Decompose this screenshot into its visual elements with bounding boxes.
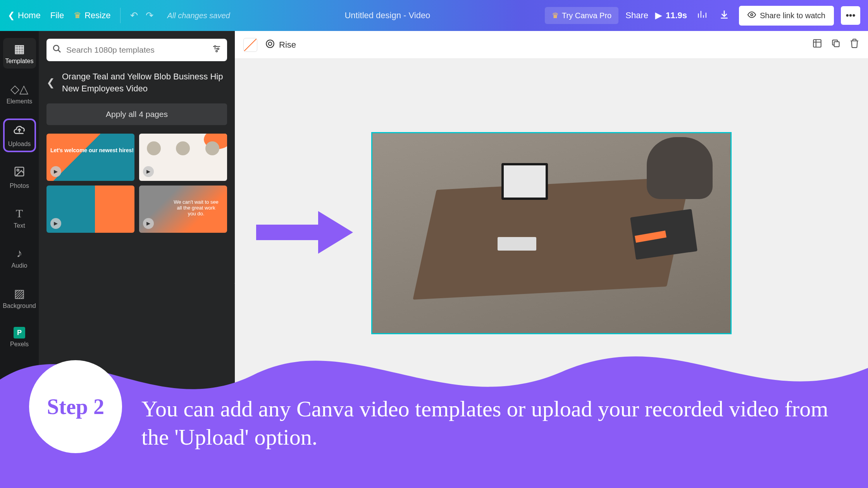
back-button[interactable]: ❮ (46, 77, 55, 89)
background-icon: ▨ (14, 287, 25, 300)
rail-pexels[interactable]: P Pexels (3, 323, 36, 352)
canvas-viewport[interactable] (235, 59, 868, 407)
undo-button[interactable]: ↶ (130, 10, 138, 21)
timeline-clip-2[interactable] (409, 422, 487, 458)
rail-photos[interactable]: Photos (3, 162, 36, 193)
save-status: All changes saved (167, 11, 230, 20)
avatar (176, 141, 190, 155)
more-button[interactable]: ••• (841, 6, 860, 25)
rail-background[interactable]: ▨ Background (3, 283, 36, 313)
template-thumb-3[interactable]: ▶ (46, 186, 134, 233)
rail-label: Photos (10, 182, 29, 189)
search-box[interactable] (46, 39, 227, 61)
top-left-group: ❮ Home File ♛ Resize ↶ ↷ All changes sav… (8, 8, 230, 23)
home-label: Home (18, 10, 41, 21)
scene-keyboard (498, 237, 536, 251)
redo-button[interactable]: ↷ (146, 10, 153, 21)
rail-more[interactable]: ••• (14, 369, 25, 381)
duration-label: 11.9s (666, 10, 687, 21)
play-preview-button[interactable]: ▶ 11.9s (655, 10, 687, 21)
main-layout: ▦ Templates ◇△ Elements Uploads Photos T… (0, 31, 868, 488)
undo-redo-group: ↶ ↷ (130, 10, 153, 21)
document-title[interactable]: Untitled design - Video (230, 10, 545, 21)
rail-templates[interactable]: ▦ Templates (3, 38, 36, 69)
color-picker[interactable] (243, 38, 257, 52)
horizontal-scrollbar[interactable] (235, 407, 868, 414)
timeline-clip-1[interactable] (305, 422, 382, 458)
rail-label: Uploads (8, 141, 31, 148)
play-icon: ▶ (50, 166, 61, 177)
file-menu[interactable]: File (50, 10, 64, 21)
apply-all-button[interactable]: Apply all 4 pages (46, 103, 227, 125)
canvas-area: Rise (235, 31, 868, 488)
template-thumb-1[interactable]: Let's welcome our newest hires! ▶ (46, 134, 134, 181)
add-between-button[interactable]: + (390, 434, 401, 446)
avatar (205, 141, 219, 155)
grid-view-icon[interactable] (848, 471, 858, 483)
svg-point-3 (53, 45, 59, 51)
share-link-button[interactable]: Share link to watch (739, 6, 834, 26)
clip-thumbnail (311, 428, 377, 452)
rail-uploads[interactable]: Uploads (3, 119, 36, 152)
svg-point-8 (269, 42, 272, 45)
photos-icon (14, 166, 25, 180)
search-input[interactable] (66, 45, 207, 55)
download-icon[interactable] (716, 9, 732, 22)
rail-text[interactable]: T Text (3, 203, 36, 233)
dots-icon: ••• (846, 10, 855, 21)
insights-icon[interactable] (694, 9, 710, 22)
template-thumb-4[interactable]: We can't wait to see all the great work … (139, 186, 227, 233)
svg-rect-11 (849, 472, 852, 475)
crown-icon: ♛ (552, 11, 559, 20)
template-thumbnails: Let's welcome our newest hires! ▶ ▶ ▶ We… (46, 134, 227, 233)
svg-point-6 (216, 50, 217, 52)
template-thumb-2[interactable]: ▶ (139, 134, 227, 181)
video-frame-content (372, 133, 730, 333)
add-clip-button[interactable]: + (507, 422, 557, 458)
rail-elements[interactable]: ◇△ Elements (3, 78, 36, 109)
svg-rect-12 (854, 472, 857, 475)
footer-right: 100% (741, 471, 858, 483)
rail-label: Pexels (10, 341, 29, 348)
play-icon: ▶ (143, 166, 154, 177)
play-icon: ▶ (50, 218, 61, 229)
canvas-frame[interactable] (371, 132, 732, 334)
try-pro-button[interactable]: ♛ Try Canva Pro (545, 7, 618, 24)
filter-icon[interactable] (212, 44, 221, 56)
timeline-play-button[interactable]: ▶ (246, 428, 270, 452)
zoom-thumb[interactable] (776, 474, 782, 479)
elements-icon: ◇△ (10, 82, 28, 96)
rail-audio[interactable]: ♪ Audio (3, 243, 36, 273)
annotation-arrow (252, 205, 357, 261)
canvas-toolbar: Rise (235, 31, 868, 59)
duplicate-icon[interactable] (831, 38, 841, 51)
left-rail: ▦ Templates ◇△ Elements Uploads Photos T… (0, 31, 39, 488)
chevron-left-icon: ❮ (8, 10, 15, 21)
play-icon: ▶ (143, 218, 154, 229)
template-header: ❮ Orange Teal and Yellow Blob Business H… (46, 71, 227, 95)
top-right-group: ♛ Try Canva Pro Share ▶ 11.9s Share link… (545, 6, 860, 26)
animate-icon (265, 39, 275, 51)
avatar-row (139, 141, 227, 155)
avatar (147, 141, 161, 155)
animate-button[interactable]: Rise (265, 39, 296, 51)
canvas-toolbar-right (812, 38, 859, 51)
resize-button[interactable]: ♛ Resize (74, 10, 110, 21)
playhead-marker[interactable]: ◆ (522, 412, 527, 420)
clip-thumbnail (409, 422, 448, 458)
thumb-text: Let's welcome our newest hires! (50, 147, 134, 153)
home-button[interactable]: ❮ Home (8, 10, 41, 21)
svg-rect-9 (813, 40, 821, 47)
notes-button[interactable]: Notes (258, 472, 281, 482)
position-icon[interactable] (812, 38, 822, 51)
share-button[interactable]: Share (625, 10, 648, 21)
share-link-label: Share link to watch (760, 11, 825, 20)
search-icon (52, 44, 62, 56)
delete-icon[interactable] (849, 38, 859, 51)
animate-label: Rise (279, 40, 296, 50)
zoom-slider[interactable] (741, 476, 811, 478)
side-panel: ❮ Orange Teal and Yellow Blob Business H… (39, 31, 235, 488)
scene-monitor (501, 163, 548, 200)
sync-button[interactable] (731, 141, 732, 160)
zoom-value[interactable]: 100% (819, 472, 840, 482)
